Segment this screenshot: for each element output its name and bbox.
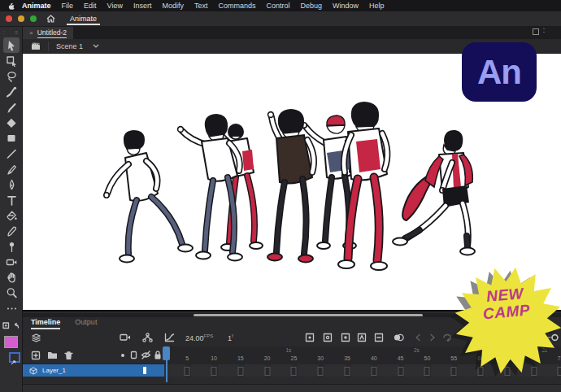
menu-insert[interactable]: Insert: [133, 2, 152, 10]
graph-editor-icon[interactable]: [163, 331, 176, 343]
home-icon[interactable]: [46, 15, 55, 23]
snap-to-objects-icon[interactable]: [2, 318, 10, 333]
menu-window[interactable]: Window: [333, 2, 359, 10]
pen-tool[interactable]: [3, 176, 20, 192]
clapperboard-icon[interactable]: [31, 41, 41, 50]
frame-cell-marker: [185, 367, 190, 376]
layer-name[interactable]: Layer_1: [42, 367, 66, 374]
close-document-icon[interactable]: ×: [29, 29, 33, 37]
fps-display[interactable]: 24.00FPS: [185, 333, 213, 342]
maximize-window-button[interactable]: [30, 15, 37, 22]
pencil-tool[interactable]: [3, 161, 20, 176]
menu-commands[interactable]: Commands: [218, 2, 255, 10]
divider: [48, 41, 49, 51]
apple-icon[interactable]: [7, 2, 15, 10]
tool-options: [2, 318, 20, 333]
frame-cell-marker: [371, 367, 376, 376]
tools-panel-header: ⁚ ≡: [0, 27, 22, 37]
timeline-hscrollbar-thumb[interactable]: [194, 314, 423, 316]
tabbar-mini-controls: ˆˇ: [533, 28, 559, 35]
chevron-updown-icon[interactable]: ˆˇ: [543, 28, 545, 35]
layers-header: [23, 346, 164, 364]
close-window-button[interactable]: [6, 15, 12, 22]
ruler-number: 40: [371, 355, 377, 361]
menu-view[interactable]: View: [107, 2, 123, 10]
menu-edit[interactable]: Edit: [84, 2, 97, 10]
insert-keyframe-icon[interactable]: [303, 331, 316, 343]
remove-frame-icon[interactable]: [372, 331, 385, 343]
camera-icon[interactable]: [119, 331, 132, 343]
frame-cell-marker: [318, 367, 324, 376]
menu-modify[interactable]: Modify: [162, 2, 184, 10]
auto-keyframe-icon[interactable]: [355, 331, 368, 343]
menu-file[interactable]: File: [62, 2, 74, 10]
lasso-tool[interactable]: [3, 68, 20, 84]
adobe-animate-logo: An: [462, 42, 537, 102]
onion-skin-icon[interactable]: [392, 331, 405, 343]
camera-tool[interactable]: [3, 254, 20, 269]
insert-blank-keyframe-icon[interactable]: [321, 331, 334, 343]
menu-animate[interactable]: Animate: [22, 2, 51, 10]
more-tools-button[interactable]: [3, 300, 20, 316]
frame-cell-marker: [398, 367, 403, 376]
macos-menubar: AnimateFileEditViewInsertModifyTextComma…: [0, 0, 561, 11]
workspace-icon[interactable]: [533, 28, 539, 35]
hide-layers-icon[interactable]: [139, 349, 152, 361]
step-back-icon[interactable]: [411, 331, 424, 343]
frame-cell-marker: [345, 367, 350, 376]
fluid-brush-tool[interactable]: [3, 84, 20, 99]
logo-text: An: [477, 53, 521, 92]
ruler-number: 20: [264, 355, 271, 361]
menu-control[interactable]: Control: [266, 2, 289, 10]
menu-debug[interactable]: Debug: [300, 2, 322, 10]
playhead-handle[interactable]: [163, 346, 170, 360]
outline-view-icon[interactable]: [127, 349, 140, 361]
hand-tool[interactable]: [3, 269, 20, 285]
timeline-status-strip: [23, 384, 561, 392]
step-forward-icon[interactable]: [426, 331, 439, 343]
ruler-number: 10: [211, 355, 217, 361]
scene-name[interactable]: Scene 1: [56, 42, 83, 50]
home-tab-animate[interactable]: Animate: [67, 13, 100, 25]
insert-frame-icon[interactable]: [339, 331, 352, 343]
delete-layer-button[interactable]: [62, 349, 75, 361]
ruler-second-label: 1s: [285, 347, 291, 353]
frame-cell-marker: [264, 367, 270, 376]
ruler-number: 30: [317, 355, 324, 361]
chevron-down-icon[interactable]: [93, 44, 99, 48]
document-tab[interactable]: × Untitled-2: [23, 27, 73, 39]
eyedropper-tool[interactable]: [3, 223, 20, 238]
menu-help[interactable]: Help: [369, 2, 385, 10]
fill-color-swatch[interactable]: [4, 336, 18, 348]
app-titlebar: Animate: [0, 11, 561, 27]
stacked-frames-icon[interactable]: [29, 331, 42, 343]
dancer-leftmost: [104, 130, 193, 263]
new-layer-button[interactable]: [29, 349, 42, 361]
free-transform-tool[interactable]: [3, 53, 20, 68]
rectangle-tool[interactable]: [3, 130, 20, 146]
stroke-color-swatch[interactable]: [9, 352, 20, 363]
new-folder-button[interactable]: [46, 349, 59, 361]
menu-text[interactable]: Text: [194, 2, 208, 10]
eraser-tool[interactable]: [3, 115, 20, 130]
frame-cell-marker: [291, 367, 297, 376]
document-tab-bar: × Untitled-2: [23, 27, 561, 39]
zoom-tool[interactable]: [3, 285, 20, 300]
classic-brush-tool[interactable]: [3, 99, 20, 115]
undo-arrow-icon[interactable]: [12, 318, 20, 333]
frame-cell-marker: [211, 367, 217, 376]
ruler-second-label: 2s: [414, 347, 420, 353]
layer-row-1[interactable]: Layer_1: [23, 364, 164, 377]
text-tool[interactable]: [3, 192, 20, 207]
layer-current-frame-marker: [143, 367, 146, 374]
asset-warp-tool[interactable]: [3, 238, 20, 254]
line-tool[interactable]: [3, 146, 20, 161]
tools-panel: ⁚ ≡: [0, 27, 23, 392]
minimize-window-button[interactable]: [18, 15, 24, 22]
ruler-number: 25: [291, 355, 298, 361]
show-parenting-icon[interactable]: [141, 331, 154, 343]
layer-cube-icon: [29, 367, 37, 375]
paint-bucket-tool[interactable]: [3, 207, 20, 223]
panel-menu-icon[interactable]: ≡: [15, 30, 19, 35]
selection-tool[interactable]: [3, 37, 20, 53]
